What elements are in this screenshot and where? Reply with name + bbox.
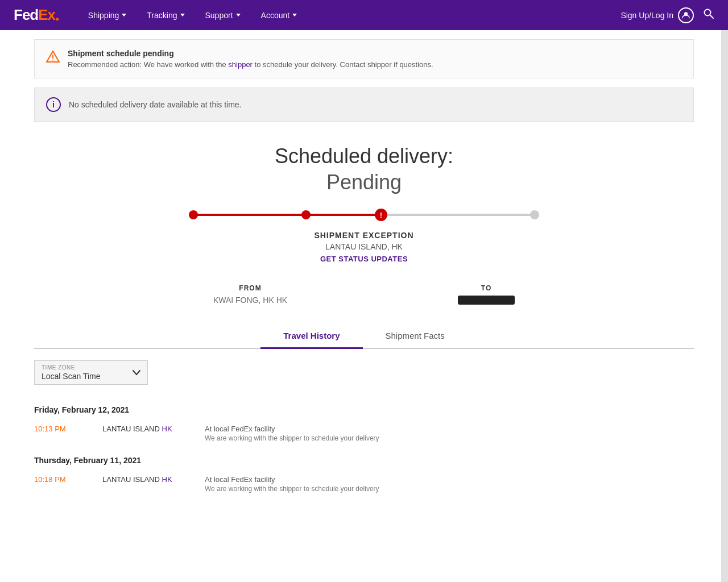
delivery-status: Pending xyxy=(34,171,694,194)
history-country-2: HK xyxy=(160,475,172,484)
progress-dot-middle xyxy=(301,210,311,219)
progress-track: ! xyxy=(193,214,535,216)
scrollbar-track[interactable] xyxy=(721,0,728,497)
chevron-down-icon-support xyxy=(236,14,241,16)
nav-label-support: Support xyxy=(205,11,233,20)
info-banner: i No scheduled delivery date available a… xyxy=(34,88,694,122)
progress-dot-exception: ! xyxy=(375,209,387,221)
history-time-2: 10:18 PM xyxy=(34,475,91,484)
chevron-down-icon-tracking xyxy=(180,14,185,16)
logo-ex: Ex xyxy=(38,6,55,24)
sign-in-button[interactable]: Sign Up/Log In xyxy=(621,7,694,23)
history-desc-sub-1: We are working with the shipper to sched… xyxy=(205,434,379,442)
history-city-2: LANTAU ISLAND xyxy=(102,475,160,484)
sign-in-label: Sign Up/Log In xyxy=(621,11,673,20)
alert-link: shipper xyxy=(228,60,253,69)
alert-banner: Shipment schedule pending Recommended ac… xyxy=(34,39,694,78)
history-desc-1: At local FedEx facility xyxy=(205,425,379,433)
timezone-label: TIME ZONE xyxy=(42,364,140,371)
delivery-title: Scheduled delivery: xyxy=(34,144,694,168)
from-block: FROM KWAI FONG, HK HK xyxy=(213,284,287,307)
info-icon: i xyxy=(46,97,61,112)
nav-label-shipping: Shipping xyxy=(88,11,119,20)
progress-bar-container: ! xyxy=(34,200,694,222)
alert-content: Shipment schedule pending Recommended ac… xyxy=(68,49,433,69)
user-icon xyxy=(678,7,694,23)
header: FedEx. Shipping Tracking Support Account… xyxy=(0,0,728,30)
shipment-location: LANTAU ISLAND, HK xyxy=(34,242,694,251)
from-value: KWAI FONG, HK HK xyxy=(213,296,287,305)
history-location-2: LANTAU ISLAND HK xyxy=(102,475,193,484)
nav-item-shipping[interactable]: Shipping xyxy=(78,0,137,30)
logo-dot: . xyxy=(55,6,60,24)
tab-travel-history[interactable]: Travel History xyxy=(260,324,362,349)
main-content: Shipment schedule pending Recommended ac… xyxy=(23,39,705,497)
chevron-down-icon-timezone xyxy=(133,368,140,378)
from-label: FROM xyxy=(213,284,287,292)
history-desc-block-1: At local FedEx facility We are working w… xyxy=(205,425,379,442)
to-label: TO xyxy=(458,284,515,292)
progress-dot-end xyxy=(530,210,539,219)
progress-dot-start xyxy=(189,210,198,219)
history-city-1: LANTAU ISLAND xyxy=(102,425,160,433)
nav-item-tracking[interactable]: Tracking xyxy=(136,0,195,30)
to-value-redacted xyxy=(458,296,515,305)
history-time-1: 10:13 PM xyxy=(34,425,91,433)
timezone-value: Local Scan Time xyxy=(42,372,140,381)
status-updates-link[interactable]: GET STATUS UPDATES xyxy=(320,255,408,263)
search-icon[interactable] xyxy=(703,8,714,22)
history-row-2: 10:18 PM LANTAU ISLAND HK At local FedEx… xyxy=(34,471,694,497)
history-row-1: 10:13 PM LANTAU ISLAND HK At local FedEx… xyxy=(34,420,694,447)
shipment-exception-label: SHIPMENT EXCEPTION xyxy=(34,231,694,240)
timezone-wrapper: TIME ZONE Local Scan Time xyxy=(34,360,694,385)
nav-item-account[interactable]: Account xyxy=(251,0,308,30)
travel-history-section: Friday, February 12, 2021 10:13 PM LANTA… xyxy=(34,396,694,497)
delivery-section: Scheduled delivery: Pending xyxy=(34,127,694,200)
history-country-1: HK xyxy=(160,425,172,433)
logo-fed: Fed xyxy=(14,6,38,24)
alert-title: Shipment schedule pending xyxy=(68,49,433,58)
from-to-section: FROM KWAI FONG, HK HK TO xyxy=(34,273,694,313)
chevron-down-icon-account xyxy=(292,14,297,16)
info-text: No scheduled delivery date available at … xyxy=(69,100,242,109)
history-desc-sub-2: We are working with the shipper to sched… xyxy=(205,485,379,493)
history-location-1: LANTAU ISLAND HK xyxy=(102,425,193,433)
timezone-selector[interactable]: TIME ZONE Local Scan Time xyxy=(34,360,148,385)
date-header-2: Thursday, February 11, 2021 xyxy=(34,447,694,471)
warning-icon xyxy=(46,50,60,67)
tab-shipment-facts[interactable]: Shipment Facts xyxy=(363,324,468,349)
nav-label-tracking: Tracking xyxy=(147,11,177,20)
history-desc-2: At local FedEx facility xyxy=(205,475,379,484)
header-right: Sign Up/Log In xyxy=(621,7,714,23)
tab-bar: Travel History Shipment Facts xyxy=(34,324,694,349)
svg-point-4 xyxy=(52,60,53,61)
svg-line-2 xyxy=(710,15,714,19)
alert-text: Recommended action: We have worked with … xyxy=(68,60,433,69)
chevron-down-icon-shipping xyxy=(122,14,126,16)
nav-label-account: Account xyxy=(261,11,290,20)
progress-fill xyxy=(193,214,381,216)
shipment-info: SHIPMENT EXCEPTION LANTAU ISLAND, HK GET… xyxy=(34,222,694,273)
date-header-1: Friday, February 12, 2021 xyxy=(34,396,694,420)
main-nav: Shipping Tracking Support Account xyxy=(78,0,621,30)
history-desc-block-2: At local FedEx facility We are working w… xyxy=(205,475,379,493)
to-block: TO xyxy=(458,284,515,307)
nav-item-support[interactable]: Support xyxy=(195,0,251,30)
logo: FedEx. xyxy=(14,6,60,24)
